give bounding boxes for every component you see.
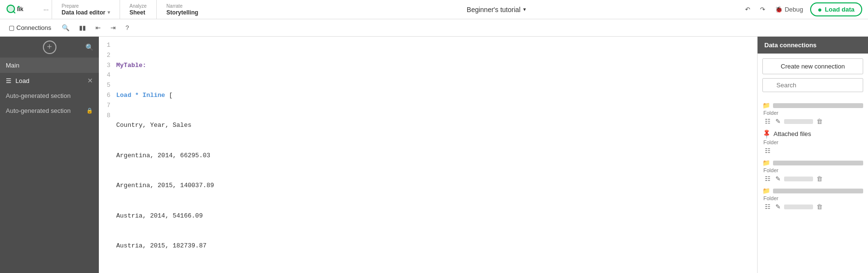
attached-files-label: Attached files — [773, 130, 811, 137]
bug-icon: 🐞 — [775, 6, 783, 13]
table-view-icon-4[interactable]: ☷ — [763, 202, 772, 211]
dropdown-arrow-icon: ▾ — [108, 10, 110, 15]
qlik-logo[interactable]: lik — [0, 3, 41, 16]
connection-actions-attached: ☷ — [763, 146, 863, 155]
connection-name-bar — [773, 103, 863, 108]
code-line-8: ]; — [116, 271, 757, 273]
line-number-5: 5 — [99, 81, 110, 91]
edit-icon-1[interactable]: ✎ — [774, 117, 782, 126]
table-view-icon-3[interactable]: ☷ — [763, 174, 772, 183]
connection-item-3: 📁 Folder ☷ ✎ 🗑 — [762, 159, 863, 183]
connection-name-bar-4 — [773, 189, 863, 193]
help-icon: ? — [125, 24, 129, 31]
sidebar-item-load[interactable]: ☰ Load ✕ — [0, 73, 99, 88]
data-connections-header: Data connections — [758, 37, 868, 54]
comment-button[interactable]: ▮▮ — [75, 22, 90, 33]
list-icon: ☰ — [6, 77, 12, 84]
svg-point-4 — [18, 6, 19, 7]
sidebar-header: + 🔍 — [0, 37, 99, 58]
line-number-7: 7 — [99, 101, 110, 111]
play-icon: ● — [818, 5, 822, 14]
sidebar-item-auto2[interactable]: Auto-generated section 🔒 — [0, 103, 99, 118]
help-button[interactable]: ? — [122, 22, 133, 33]
nav-left: lik ··· Prepare Data load editor ▾ Analy… — [0, 0, 251, 19]
sidebar-item-auto1[interactable]: Auto-generated section — [0, 88, 99, 103]
nav-analyze-section: Analyze Sheet — [120, 0, 157, 19]
connection-actions-4: ☷ ✎ 🗑 — [763, 202, 863, 211]
qlik-logo-svg: lik — [6, 3, 35, 16]
delete-icon-4[interactable]: 🗑 — [815, 202, 824, 211]
connection-actions-1: ☷ ✎ 🗑 — [763, 117, 863, 126]
narrate-label: Narrate — [166, 3, 198, 9]
code-line-2: Load * Inline [ — [116, 91, 757, 101]
left-sidebar: + 🔍 Main ☰ Load ✕ Auto-generated section… — [0, 37, 99, 273]
folder-icon-4: 📁 — [762, 187, 770, 194]
edit-icon-4[interactable]: ✎ — [774, 202, 782, 211]
storytelling-label[interactable]: Storytelling — [166, 9, 198, 16]
nav-right: ↶ ↷ 🐞 Debug ● Load data — [742, 2, 868, 16]
code-content[interactable]: MyTable: Load * Inline [ Country, Year, … — [116, 41, 757, 273]
create-new-connection-button[interactable]: Create new connection — [762, 58, 863, 74]
sidebar-section-main: Main — [0, 58, 99, 73]
delete-icon-3[interactable]: 🗑 — [815, 174, 824, 183]
connection-label-attached: Folder — [763, 139, 863, 145]
svg-line-2 — [13, 11, 14, 13]
debug-button[interactable]: 🐞 Debug — [772, 4, 806, 15]
prepare-label: Prepare — [62, 3, 110, 9]
connection-item-4: 📁 Folder ☷ ✎ 🗑 — [762, 187, 863, 211]
search-toolbar-button[interactable]: 🔍 — [58, 22, 73, 33]
indent-decrease-button[interactable]: ⇤ — [92, 22, 105, 33]
search-input[interactable] — [762, 78, 863, 92]
right-sidebar-content: Create new connection 🔍 📁 Folder ☷ ✎ 🗑 — [758, 54, 868, 273]
more-options-button[interactable]: ··· — [41, 4, 52, 15]
delete-icon-1[interactable]: 🗑 — [815, 117, 824, 126]
table-view-icon[interactable]: ☷ — [763, 117, 772, 126]
table-view-icon-attached[interactable]: ☷ — [763, 146, 772, 155]
top-navigation: lik ··· Prepare Data load editor ▾ Analy… — [0, 0, 868, 19]
add-section-button[interactable]: + — [43, 41, 56, 54]
close-icon[interactable]: ✕ — [87, 77, 93, 84]
redo-button[interactable]: ↷ — [757, 4, 768, 15]
folder-icon: 📁 — [762, 102, 770, 109]
line-number-4: 4 — [99, 70, 110, 81]
svg-text:lik: lik — [17, 6, 24, 13]
line-number-3: 3 — [99, 61, 110, 71]
load-data-button[interactable]: ● Load data — [810, 2, 862, 16]
connection-label-3: Folder — [763, 167, 863, 173]
editor-toolbar: ▢ Connections 🔍 ▮▮ ⇤ ⇥ ? — [0, 19, 868, 37]
connection-item-attached: 📌 Attached files Folder ☷ — [762, 130, 863, 155]
comment-icon: ▮▮ — [79, 24, 86, 31]
search-wrapper: 🔍 — [762, 78, 863, 97]
paperclip-icon: 📌 — [761, 128, 772, 139]
analyze-label: Analyze — [130, 3, 147, 9]
code-lines: 1 2 3 4 5 6 7 8 MyTable: Load * Inline [… — [99, 37, 757, 273]
line-number-2: 2 — [99, 51, 110, 61]
line-number-6: 6 — [99, 91, 110, 101]
app-title[interactable]: Beginner's tutorial ▾ — [467, 6, 527, 14]
indent-increase-button[interactable]: ⇥ — [107, 22, 120, 33]
data-load-editor-label[interactable]: Data load editor ▾ — [62, 9, 110, 16]
line-number-1: 1 — [99, 41, 110, 51]
right-sidebar: Data connections Create new connection 🔍… — [757, 37, 868, 273]
undo-button[interactable]: ↶ — [742, 4, 753, 15]
code-editor[interactable]: 1 2 3 4 5 6 7 8 MyTable: Load * Inline [… — [99, 37, 757, 273]
connections-button[interactable]: ▢ Connections — [4, 22, 56, 33]
connection-item-1: 📁 Folder ☷ ✎ 🗑 — [762, 102, 863, 126]
nav-center: Beginner's tutorial ▾ — [251, 6, 742, 14]
indent-decrease-icon: ⇤ — [95, 24, 101, 31]
nav-narrate-section: Narrate Storytelling — [156, 0, 208, 19]
connection-actions-3: ☷ ✎ 🗑 — [763, 174, 863, 183]
connection-name-bar-3 — [773, 161, 863, 165]
edit-icon-3[interactable]: ✎ — [774, 174, 782, 183]
folder-icon-3: 📁 — [762, 159, 770, 166]
sheet-label[interactable]: Sheet — [130, 9, 147, 16]
search-icon: 🔍 — [62, 24, 69, 31]
code-line-7: Austria, 2015, 182739.87 — [116, 241, 757, 251]
indent-increase-icon: ⇥ — [110, 24, 116, 31]
line-numbers: 1 2 3 4 5 6 7 8 — [99, 41, 116, 273]
sidebar-search-button[interactable]: 🔍 — [84, 42, 94, 52]
nav-prepare-section: Prepare Data load editor ▾ — [52, 0, 120, 19]
attached-files-section: 📌 Attached files — [762, 130, 863, 137]
code-line-1: MyTable: — [116, 61, 757, 71]
connections-panel-icon: ▢ — [9, 24, 14, 31]
